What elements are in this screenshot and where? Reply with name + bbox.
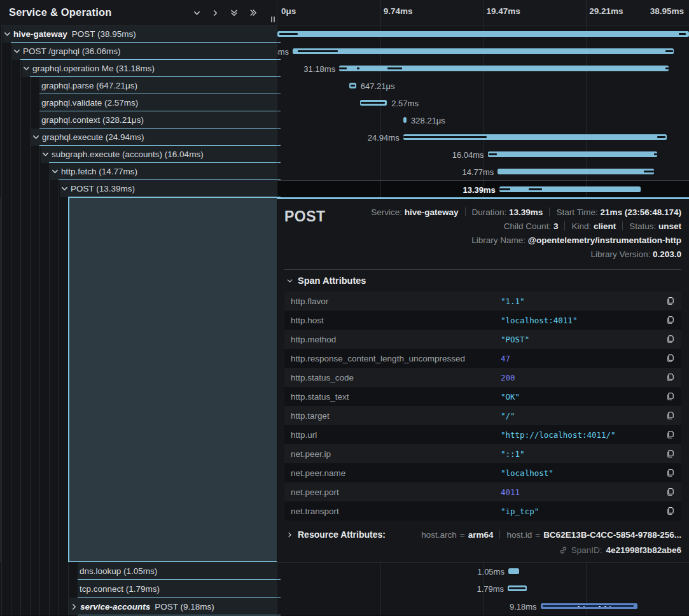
- copy-icon[interactable]: [666, 507, 675, 515]
- gridline: [380, 146, 381, 163]
- copy-icon[interactable]: [666, 468, 675, 477]
- span-row[interactable]: graphql.context (328.21μs)328.21μs: [0, 111, 689, 129]
- span-timeline-cell: 2.57ms: [277, 94, 689, 111]
- span-label: graphql.context (328.21μs): [39, 115, 144, 125]
- span-row[interactable]: POST /graphql (36.06ms)36.06ms: [0, 43, 689, 60]
- span-row[interactable]: graphql.parse (647.21μs)647.21μs: [0, 77, 689, 94]
- chevron-down-icon[interactable]: [60, 185, 69, 193]
- chevron-down-icon[interactable]: [22, 64, 31, 73]
- span-row[interactable]: subgraph.execute (accounts) (16.04ms)16.…: [0, 146, 689, 163]
- copy-icon[interactable]: [666, 411, 675, 420]
- meta-label: Library Version:: [590, 249, 653, 259]
- resource-key: host.id: [506, 530, 532, 540]
- tree-header: Service & Operation: [0, 0, 277, 25]
- span-row[interactable]: service-accountsPOST (9.18ms)9.18ms: [0, 598, 689, 615]
- equals-sign: =: [460, 530, 465, 540]
- resource-attributes-row[interactable]: Resource Attributes: host.arch=arm64host…: [284, 529, 681, 540]
- meta-label: Status:: [629, 221, 658, 231]
- equals-sign: =: [535, 530, 540, 540]
- chevron-right-icon[interactable]: [70, 603, 78, 611]
- span-id-label: SpanID:: [571, 545, 602, 555]
- attribute-row: http.host"localhost:4011": [284, 311, 681, 330]
- gridline: [586, 77, 587, 94]
- span-label: http.fetch (14.77ms): [59, 167, 137, 176]
- span-row[interactable]: POST (13.39ms)13.39ms: [0, 180, 689, 197]
- span-bar[interactable]: 1.05ms: [508, 568, 519, 574]
- copy-icon[interactable]: [666, 487, 675, 496]
- expand-all-icon[interactable]: [249, 8, 258, 17]
- span-attributes-header[interactable]: Span Attributes: [284, 270, 681, 291]
- span-bar[interactable]: 647.21μs: [349, 83, 356, 88]
- copy-icon[interactable]: [666, 316, 675, 325]
- copy-icon[interactable]: [666, 354, 675, 363]
- span-timeline-cell: 328.21μs: [277, 111, 689, 129]
- span-detail-panel: POST Service: hive-gatewayDuration: 13.3…: [277, 197, 689, 562]
- indent-guides: [0, 197, 68, 562]
- span-tree-cell: POST /graphql (36.06ms): [0, 43, 277, 60]
- span-row[interactable]: dns.lookup (1.05ms)1.05ms: [0, 562, 689, 580]
- chevron-down-icon[interactable]: [13, 47, 21, 55]
- gridline: [586, 0, 587, 25]
- chevron-down-icon[interactable]: [41, 150, 50, 158]
- tree-header-title: Service & Operation: [9, 6, 112, 18]
- span-bar[interactable]: 1.79ms: [508, 585, 527, 591]
- span-tree-content: graphql.context (328.21μs): [39, 111, 277, 129]
- span-bar[interactable]: 328.21μs: [403, 117, 407, 123]
- collapse-one-icon[interactable]: [193, 9, 201, 17]
- panel-resize-handle[interactable]: [271, 17, 275, 22]
- collapse-all-icon[interactable]: [230, 8, 239, 17]
- span-timeline-cell: 1.05ms: [277, 562, 689, 580]
- copy-icon[interactable]: [666, 335, 675, 344]
- span-bar[interactable]: 38.95ms: [277, 31, 689, 37]
- span-bar[interactable]: 9.18ms: [541, 603, 637, 609]
- span-bar[interactable]: 13.39ms: [499, 186, 641, 192]
- span-row[interactable]: tcp.connect (1.79ms)1.79ms: [0, 580, 689, 598]
- attribute-key: http.status_code: [291, 373, 501, 382]
- copy-icon[interactable]: [666, 297, 675, 305]
- span-tree-cell: hive-gatewayPOST (38.95ms): [0, 25, 277, 43]
- copy-icon[interactable]: [666, 373, 675, 382]
- meta-value: 21ms (23:56:48.174): [600, 207, 681, 217]
- span-timeline-cell: 14.77ms: [277, 163, 689, 180]
- chevron-down-icon[interactable]: [51, 167, 59, 176]
- span-duration-label: 328.21μs: [411, 116, 445, 124]
- copy-icon[interactable]: [666, 449, 675, 458]
- attribute-key: http.target: [291, 411, 501, 421]
- span-timeline-cell: 9.18ms: [277, 598, 689, 615]
- span-bar[interactable]: 16.04ms: [488, 151, 657, 157]
- attribute-key: http.response_content_length_uncompresse…: [291, 354, 501, 363]
- span-row[interactable]: hive-gatewayPOST (38.95ms)38.95ms: [0, 25, 689, 43]
- span-row[interactable]: graphql.operation Me (31.18ms)31.18ms: [0, 60, 689, 77]
- span-duration-label: 9.18ms: [510, 602, 537, 610]
- span-row[interactable]: graphql.validate (2.57ms)2.57ms: [0, 94, 689, 111]
- attribute-key: net.peer.port: [291, 487, 501, 497]
- chevron-down-icon[interactable]: [3, 30, 11, 38]
- span-duration-label: 647.21μs: [361, 81, 395, 90]
- span-meta: Service: hive-gatewayDuration: 13.39msSt…: [326, 206, 681, 262]
- span-bar[interactable]: 2.57ms: [360, 100, 387, 106]
- span-row[interactable]: http.fetch (14.77ms)14.77ms: [0, 163, 689, 180]
- attribute-row: net.transport"ip_tcp": [284, 501, 681, 521]
- topbar: Service & Operation 0μs9.74ms19.47ms29.2…: [0, 0, 689, 25]
- attribute-row: http.status_code200: [284, 368, 681, 387]
- span-duration-label: 24.94ms: [368, 133, 400, 141]
- span-tree-content: dns.lookup (1.05ms): [78, 562, 277, 580]
- link-icon[interactable]: [559, 546, 567, 554]
- expand-one-icon[interactable]: [211, 9, 219, 17]
- attribute-row: http.target"/": [284, 406, 681, 425]
- span-bar[interactable]: 31.18ms: [339, 66, 669, 71]
- span-bar[interactable]: 14.77ms: [498, 169, 653, 174]
- span-duration-label: 1.05ms: [477, 567, 505, 575]
- copy-icon[interactable]: [666, 430, 675, 439]
- gridline: [380, 598, 381, 615]
- child-span-tick: [654, 153, 657, 155]
- timeline-ruler: 0μs9.74ms19.47ms29.21ms38.95ms: [277, 0, 689, 25]
- chevron-down-icon[interactable]: [32, 133, 40, 141]
- child-span-tick: [357, 67, 360, 69]
- span-bar[interactable]: 24.94ms: [403, 134, 667, 140]
- span-row[interactable]: graphql.execute (24.94ms)24.94ms: [0, 129, 689, 146]
- child-span-tick: [339, 67, 347, 69]
- span-bar[interactable]: 36.06ms: [293, 48, 674, 54]
- copy-icon[interactable]: [666, 392, 675, 401]
- child-span-tick: [387, 67, 402, 69]
